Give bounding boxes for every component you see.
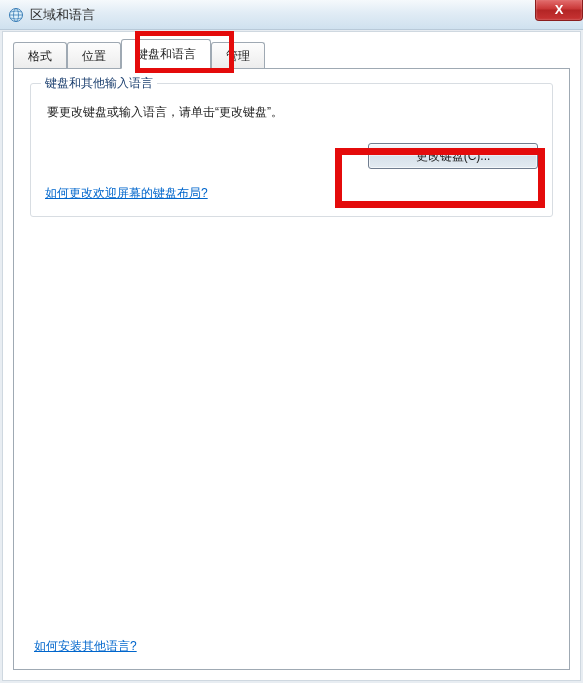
- tab-administrative[interactable]: 管理: [211, 42, 265, 69]
- link-label: 如何安装其他语言?: [34, 639, 137, 653]
- window-title: 区域和语言: [30, 6, 95, 24]
- button-row: 更改键盘(C)...: [45, 143, 538, 169]
- keyboards-groupbox: 键盘和其他输入语言 要更改键盘或输入语言，请单击“更改键盘”。 更改键盘(C).…: [30, 83, 553, 217]
- groupbox-description: 要更改键盘或输入语言，请单击“更改键盘”。: [47, 104, 538, 121]
- groupbox-title: 键盘和其他输入语言: [41, 75, 157, 92]
- title-bar: 区域和语言 X: [0, 0, 583, 30]
- welcome-screen-layout-link[interactable]: 如何更改欢迎屏幕的键盘布局?: [45, 186, 208, 200]
- close-button[interactable]: X: [535, 0, 583, 21]
- tab-keyboards-languages[interactable]: 键盘和语言: [121, 39, 211, 69]
- change-keyboards-button[interactable]: 更改键盘(C)...: [368, 143, 538, 169]
- close-icon: X: [555, 2, 564, 17]
- tab-label: 管理: [226, 49, 250, 63]
- client-area: 格式 位置 键盘和语言 管理 键盘和其他输入语言 要更改键盘或输入语言，请单击“…: [2, 31, 581, 681]
- tab-strip: 格式 位置 键盘和语言 管理: [13, 40, 570, 68]
- tab-label: 键盘和语言: [136, 47, 196, 61]
- tab-label: 格式: [28, 49, 52, 63]
- link-label: 如何更改欢迎屏幕的键盘布局?: [45, 186, 208, 200]
- tab-panel: 键盘和其他输入语言 要更改键盘或输入语言，请单击“更改键盘”。 更改键盘(C).…: [13, 68, 570, 670]
- globe-icon: [8, 7, 24, 23]
- tab-format[interactable]: 格式: [13, 42, 67, 69]
- install-languages-link[interactable]: 如何安装其他语言?: [34, 638, 137, 655]
- tab-location[interactable]: 位置: [67, 42, 121, 69]
- button-label: 更改键盘(C)...: [416, 149, 491, 163]
- tab-label: 位置: [82, 49, 106, 63]
